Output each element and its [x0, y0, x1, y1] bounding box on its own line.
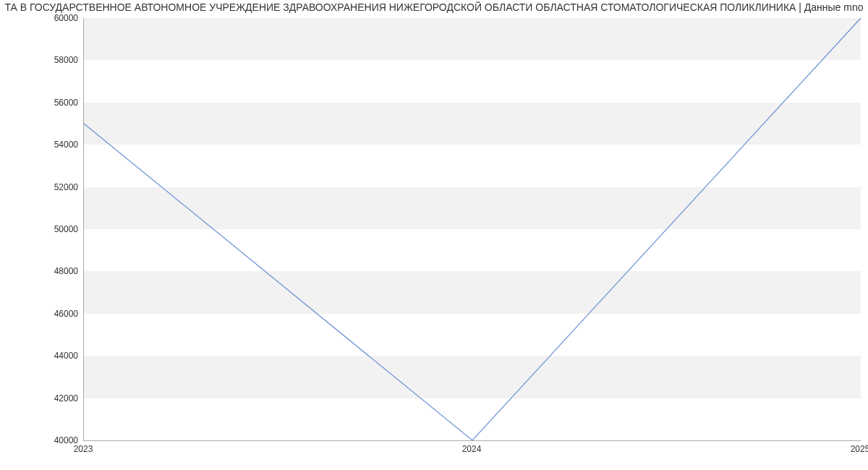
- y-tick-label: 44000: [20, 351, 78, 361]
- x-tick-label: 2024: [462, 444, 482, 454]
- y-tick-label: 46000: [20, 309, 78, 319]
- x-tick-label: 2023: [74, 444, 93, 454]
- y-tick-label: 52000: [20, 182, 78, 192]
- series-polyline: [84, 18, 861, 440]
- y-tick-label: 54000: [20, 140, 78, 150]
- y-tick-label: 50000: [20, 224, 78, 234]
- chart-title: ТА В ГОСУДАРСТВЕННОЕ АВТОНОМНОЕ УЧРЕЖДЕН…: [0, 1, 868, 13]
- y-tick-label: 60000: [20, 13, 78, 23]
- y-tick-label: 48000: [20, 266, 78, 276]
- plot-area: [83, 18, 861, 441]
- y-tick-label: 42000: [20, 393, 78, 403]
- y-tick-label: 56000: [20, 98, 78, 108]
- x-tick-label: 2025: [851, 444, 868, 454]
- y-tick-label: 58000: [20, 55, 78, 65]
- line-series: [84, 18, 861, 440]
- y-tick-label: 40000: [20, 435, 78, 445]
